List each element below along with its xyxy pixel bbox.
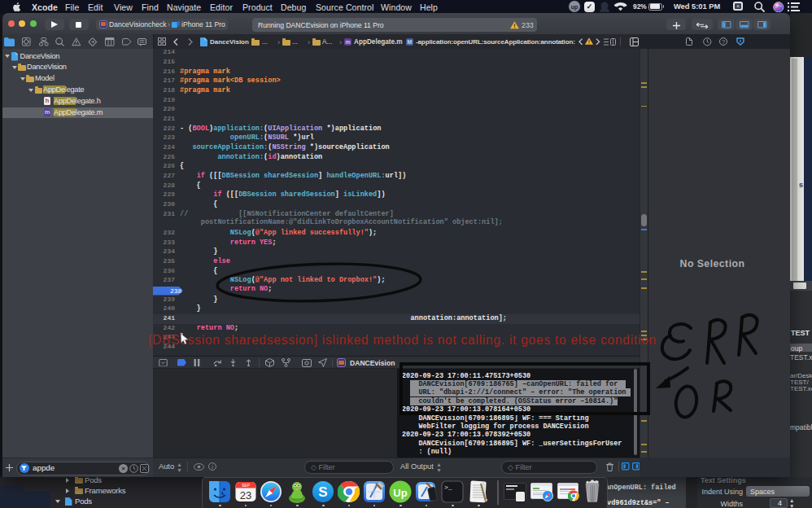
svg-text:Up: Up xyxy=(393,487,407,499)
svg-text:>_: >_ xyxy=(444,484,452,491)
svg-text:S: S xyxy=(319,484,328,500)
svg-text:23: 23 xyxy=(239,489,251,501)
svg-text:SEP: SEP xyxy=(241,483,250,488)
